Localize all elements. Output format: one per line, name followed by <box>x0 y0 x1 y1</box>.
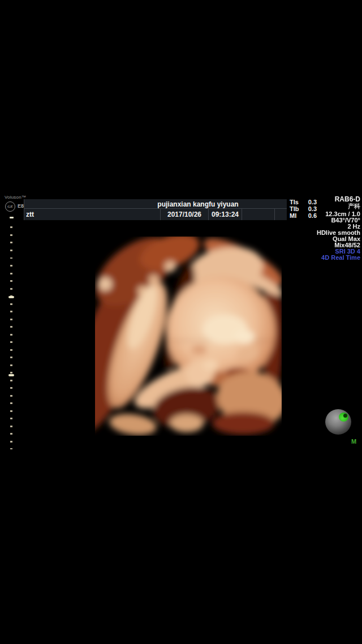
hospital-name: pujianxian kangfu yiyuan <box>124 200 272 208</box>
parameter-panel: RAB6-D 产科 12.3cm / 1.0 B43°/V70° 2 Hz HD… <box>281 196 360 261</box>
header-separator <box>274 209 275 220</box>
mode-label: 4D Real Time <box>321 255 360 261</box>
corner-status-label: M <box>351 438 356 445</box>
depth-ruler <box>10 221 12 449</box>
ge-monogram: GE <box>7 204 13 209</box>
voluson-brand: Voluson™ <box>5 195 26 200</box>
trackball-notch <box>343 414 347 418</box>
header-left-divider <box>24 199 24 220</box>
machine-model: E8 <box>18 203 24 209</box>
header-row-divider <box>24 208 287 209</box>
exam-date: 2017/10/26 <box>161 211 208 218</box>
trackball-icon <box>325 409 351 435</box>
focal-zone-marker <box>8 374 14 376</box>
fetus-3d-render <box>0 0 362 644</box>
exam-time: 09:13:24 <box>209 211 242 218</box>
exam-preset: 产科 <box>348 203 360 209</box>
ge-logo-icon: GE <box>5 201 15 212</box>
header-separator <box>242 209 242 220</box>
patient-id: ztt <box>26 211 34 218</box>
ultrasound-display: Voluson™ GE E8 pujianxian kangfu yiyuan … <box>0 0 362 644</box>
focus-marker <box>10 217 14 218</box>
focal-zone-marker <box>8 296 14 298</box>
